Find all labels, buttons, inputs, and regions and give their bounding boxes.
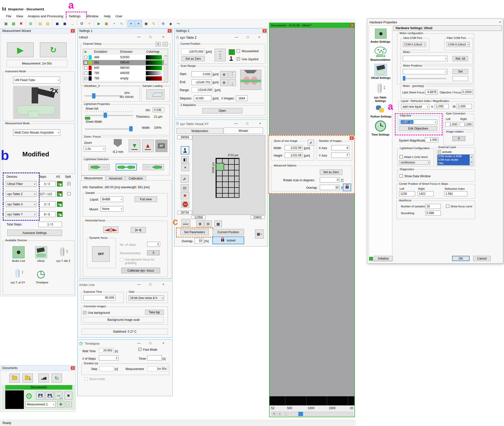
channel-row-2[interactable]: 561 595/40 bbox=[83, 60, 168, 66]
sidebar-item-xyz2[interactable]: Settings bbox=[375, 99, 386, 102]
set-position-button[interactable]: Set bbox=[453, 69, 468, 74]
autofocus-button[interactable]: AF bbox=[155, 140, 167, 152]
export-icon[interactable]: → bbox=[69, 20, 76, 27]
locked-indicator[interactable]: locked bbox=[212, 236, 244, 244]
open-document-settings-button[interactable]: ⚙ bbox=[22, 374, 33, 383]
motor-position-slider[interactable] bbox=[403, 78, 446, 79]
close-window-icon[interactable]: × bbox=[162, 35, 164, 39]
start-here-button[interactable]: ⊕ bbox=[220, 71, 228, 78]
zoom-in-button[interactable]: ⊕ bbox=[196, 220, 204, 227]
menu-window[interactable]: Window bbox=[87, 14, 98, 18]
close-icon[interactable]: x bbox=[71, 29, 75, 33]
close-document-button[interactable]: ✖ bbox=[65, 392, 72, 400]
minimize-icon[interactable]: — bbox=[137, 341, 141, 345]
time-settings-icon[interactable] bbox=[375, 120, 386, 132]
ls-mode-select[interactable]: continuous bbox=[399, 160, 430, 165]
x-axis-value[interactable]: 4 bbox=[331, 145, 349, 150]
overlap-value[interactable]: 33 bbox=[195, 238, 203, 244]
sample-loading-button[interactable]: ↓ bbox=[146, 89, 164, 99]
rotate-scan-value[interactable]: 0 bbox=[320, 177, 340, 182]
close-icon[interactable]: x bbox=[71, 366, 75, 370]
fast-mode-checkbox[interactable] bbox=[138, 348, 142, 351]
device-steps-2[interactable]: 227 / 122 bbox=[38, 191, 55, 197]
end-here-button[interactable]: ⊕ bbox=[220, 79, 228, 86]
search-xy-icon[interactable]: ⌖ bbox=[128, 20, 135, 27]
tab-measurement[interactable]: Measurement bbox=[81, 175, 105, 180]
maximize-icon[interactable]: □ bbox=[149, 282, 151, 286]
lightsheet-right-button[interactable] bbox=[143, 164, 164, 170]
ultramotor-slider[interactable] bbox=[85, 95, 122, 96]
show-focus-curve-checkbox[interactable] bbox=[446, 205, 449, 208]
close-measurement-icon[interactable]: ✖ bbox=[18, 20, 25, 27]
y-axis-value[interactable]: 7 bbox=[331, 153, 349, 158]
settings1-title[interactable]: Settings 1 bbox=[78, 28, 172, 34]
channel-row-4[interactable]: 785 845/55 bbox=[83, 71, 168, 76]
maximize-icon[interactable]: □ bbox=[149, 341, 151, 345]
remove-measurement-button[interactable]: – bbox=[66, 402, 72, 407]
ref-all-button[interactable]: Ref. All bbox=[453, 56, 468, 61]
burst-mode-checkbox[interactable] bbox=[85, 377, 88, 381]
network-icon[interactable]: ⊕ bbox=[160, 20, 167, 27]
laser-item[interactable]: Obis bbox=[438, 162, 473, 165]
measurement-select[interactable]: Measurement 1 bbox=[25, 401, 55, 407]
gain-select[interactable]: 16-bit (low noise & h bbox=[129, 295, 164, 300]
system-magnification-value[interactable]: 1.000 bbox=[425, 137, 438, 142]
channel-enabled-checkbox[interactable] bbox=[84, 66, 87, 70]
open-document-button[interactable] bbox=[9, 374, 20, 383]
device-as-on-4[interactable]: ON bbox=[57, 212, 62, 217]
device-split-checkbox-1[interactable] bbox=[67, 182, 71, 185]
menu-analysis[interactable]: Analysis and Processing bbox=[28, 14, 63, 18]
image-height-value[interactable]: 1232.59 bbox=[285, 153, 303, 158]
dynamic-focus-off-button[interactable]: OFF bbox=[92, 246, 110, 262]
menu-file[interactable]: File bbox=[6, 14, 11, 18]
z-adaptation-open-button[interactable]: Open bbox=[202, 108, 242, 113]
sidebar-item-python[interactable]: Python Settings bbox=[370, 115, 392, 118]
channel-enabled-checkbox[interactable] bbox=[84, 72, 87, 75]
nav-first-button[interactable]: I◂ bbox=[272, 412, 276, 416]
device-select-4[interactable]: xyz-Table Y bbox=[6, 211, 36, 217]
full-view-button[interactable]: Full view bbox=[135, 196, 157, 202]
colormap-col[interactable]: Colormap bbox=[146, 50, 159, 53]
close-icon[interactable]: x bbox=[350, 136, 354, 140]
tab-mosaic[interactable]: Mosaic bbox=[224, 128, 263, 134]
end-value[interactable]: -13140.701 bbox=[192, 79, 212, 85]
use-joystick-checkbox[interactable] bbox=[237, 57, 240, 60]
start-value[interactable]: 0.000 bbox=[192, 71, 212, 77]
autosave-settings-button[interactable]: Autosave Settings bbox=[7, 230, 62, 236]
andor-settings-icon[interactable] bbox=[375, 29, 387, 39]
overlap-lock-button[interactable] bbox=[343, 184, 351, 191]
beamcombiner-icon[interactable] bbox=[374, 47, 387, 55]
no-of-steps-value[interactable]: 1 bbox=[147, 242, 160, 247]
user-icon[interactable]: ☻ bbox=[167, 20, 174, 27]
steps-value[interactable]: 1 bbox=[99, 355, 119, 360]
cascade-windows-icon[interactable]: ▣ bbox=[3, 20, 10, 27]
connect-icon[interactable]: ↯ bbox=[150, 20, 157, 27]
m-value[interactable]: 1.000 bbox=[457, 104, 472, 109]
tab-multiposition[interactable]: Multiposition bbox=[176, 128, 223, 134]
remove-channel-button[interactable]: - bbox=[163, 42, 168, 46]
pick-position-button[interactable]: ✎ bbox=[181, 175, 189, 183]
laser-item[interactable]: EOM main shutter bbox=[438, 158, 473, 162]
andor-live-device-icon[interactable] bbox=[13, 246, 25, 258]
sidebar-item-time[interactable]: Time Settings bbox=[371, 133, 390, 136]
device-as-on-2[interactable]: ON bbox=[57, 191, 62, 197]
save-document-button[interactable] bbox=[36, 392, 44, 400]
tools-icon[interactable]: ⚙ bbox=[78, 20, 85, 27]
measurement-wizard-title[interactable]: Measurement Wizard bbox=[1, 28, 76, 34]
frame-scrollbar-thumb[interactable] bbox=[298, 412, 303, 416]
histogram-button[interactable]: ▂▅▇ bbox=[38, 374, 49, 383]
new-measurement-icon[interactable]: ▦ bbox=[10, 20, 17, 27]
run-icon[interactable]: ▶ bbox=[95, 20, 102, 27]
channel-scrollbar[interactable]: ▲▼ bbox=[164, 55, 168, 82]
refresh-measurement-button[interactable]: ↻ bbox=[40, 42, 67, 57]
grab-frame-icon[interactable]: ▣ bbox=[103, 20, 110, 27]
number-of-samples-value[interactable]: 16 bbox=[425, 204, 441, 209]
sidebar-item-beamcombiner[interactable]: Beamcombiner bbox=[370, 58, 390, 61]
minimize-icon[interactable]: — bbox=[235, 35, 238, 39]
close-window-icon[interactable]: × bbox=[162, 341, 164, 345]
tab-advanced[interactable]: Advanced bbox=[106, 176, 125, 180]
emission-col[interactable]: Emission bbox=[120, 50, 133, 53]
current-position-button[interactable]: Current Position bbox=[213, 229, 244, 235]
edit-objectives-button[interactable]: Edit Objectives bbox=[399, 126, 437, 131]
ultra3-device-icon[interactable] bbox=[35, 246, 47, 258]
